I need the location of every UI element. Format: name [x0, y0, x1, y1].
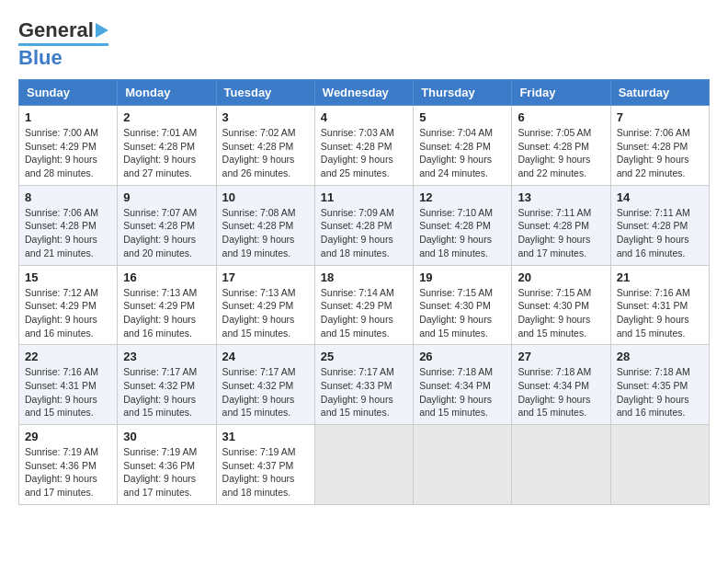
day-info: Sunrise: 7:19 AM Sunset: 4:37 PM Dayligh… [222, 445, 309, 500]
day-info: Sunrise: 7:06 AM Sunset: 4:28 PM Dayligh… [617, 126, 703, 180]
day-number: 10 [222, 190, 309, 204]
calendar-week-5: 29 Sunrise: 7:19 AM Sunset: 4:36 PM Dayl… [19, 425, 710, 505]
day-number: 14 [617, 190, 703, 204]
day-number: 30 [123, 430, 210, 443]
calendar-cell: 10 Sunrise: 7:08 AM Sunset: 4:28 PM Dayl… [216, 185, 314, 265]
day-number: 25 [321, 350, 407, 363]
day-info: Sunrise: 7:18 AM Sunset: 4:34 PM Dayligh… [419, 365, 506, 419]
day-info: Sunrise: 7:02 AM Sunset: 4:28 PM Dayligh… [222, 126, 309, 180]
day-number: 5 [419, 110, 506, 124]
day-info: Sunrise: 7:17 AM Sunset: 4:33 PM Dayligh… [321, 365, 407, 419]
calendar-cell: 24 Sunrise: 7:17 AM Sunset: 4:32 PM Dayl… [216, 345, 314, 425]
calendar-cell: 7 Sunrise: 7:06 AM Sunset: 4:28 PM Dayli… [610, 106, 709, 186]
day-number: 13 [518, 190, 604, 204]
calendar-cell: 1 Sunrise: 7:00 AM Sunset: 4:29 PM Dayli… [19, 106, 118, 186]
day-number: 28 [617, 350, 703, 363]
calendar-cell: 4 Sunrise: 7:03 AM Sunset: 4:28 PM Dayli… [314, 106, 413, 186]
day-info: Sunrise: 7:18 AM Sunset: 4:34 PM Dayligh… [518, 365, 604, 419]
day-info: Sunrise: 7:06 AM Sunset: 4:28 PM Dayligh… [25, 206, 111, 260]
day-info: Sunrise: 7:00 AM Sunset: 4:29 PM Dayligh… [25, 126, 111, 180]
day-number: 9 [123, 190, 210, 204]
calendar-week-2: 8 Sunrise: 7:06 AM Sunset: 4:28 PM Dayli… [19, 185, 710, 265]
day-info: Sunrise: 7:03 AM Sunset: 4:28 PM Dayligh… [321, 126, 407, 180]
calendar-week-1: 1 Sunrise: 7:00 AM Sunset: 4:29 PM Dayli… [19, 106, 710, 186]
day-info: Sunrise: 7:17 AM Sunset: 4:32 PM Dayligh… [123, 365, 210, 419]
day-info: Sunrise: 7:19 AM Sunset: 4:36 PM Dayligh… [123, 445, 210, 500]
day-info: Sunrise: 7:18 AM Sunset: 4:35 PM Dayligh… [617, 365, 703, 419]
calendar-cell: 6 Sunrise: 7:05 AM Sunset: 4:28 PM Dayli… [512, 106, 610, 186]
day-info: Sunrise: 7:15 AM Sunset: 4:30 PM Dayligh… [518, 286, 604, 340]
calendar-col-thursday: Thursday [414, 80, 512, 106]
day-info: Sunrise: 7:11 AM Sunset: 4:28 PM Dayligh… [617, 206, 703, 260]
day-info: Sunrise: 7:11 AM Sunset: 4:28 PM Dayligh… [518, 206, 604, 260]
calendar-header-row: SundayMondayTuesdayWednesdayThursdayFrid… [19, 80, 710, 106]
day-number: 29 [25, 430, 111, 443]
calendar-cell: 17 Sunrise: 7:13 AM Sunset: 4:29 PM Dayl… [216, 265, 314, 345]
calendar-col-monday: Monday [118, 80, 216, 106]
day-number: 7 [617, 110, 703, 124]
calendar-col-friday: Friday [512, 80, 610, 106]
calendar-cell: 16 Sunrise: 7:13 AM Sunset: 4:29 PM Dayl… [118, 265, 216, 345]
calendar-week-4: 22 Sunrise: 7:16 AM Sunset: 4:31 PM Dayl… [19, 345, 710, 425]
calendar-cell: 30 Sunrise: 7:19 AM Sunset: 4:36 PM Dayl… [118, 425, 216, 505]
calendar-week-3: 15 Sunrise: 7:12 AM Sunset: 4:29 PM Dayl… [19, 265, 710, 345]
day-info: Sunrise: 7:13 AM Sunset: 4:29 PM Dayligh… [222, 286, 309, 340]
day-info: Sunrise: 7:17 AM Sunset: 4:32 PM Dayligh… [222, 365, 309, 419]
calendar-cell: 19 Sunrise: 7:15 AM Sunset: 4:30 PM Dayl… [414, 265, 512, 345]
day-info: Sunrise: 7:09 AM Sunset: 4:28 PM Dayligh… [321, 206, 407, 260]
day-info: Sunrise: 7:10 AM Sunset: 4:28 PM Dayligh… [419, 206, 506, 260]
calendar-cell: 2 Sunrise: 7:01 AM Sunset: 4:28 PM Dayli… [118, 106, 216, 186]
calendar-cell: 25 Sunrise: 7:17 AM Sunset: 4:33 PM Dayl… [314, 345, 413, 425]
day-number: 27 [518, 350, 604, 363]
day-info: Sunrise: 7:07 AM Sunset: 4:28 PM Dayligh… [123, 206, 210, 260]
day-info: Sunrise: 7:16 AM Sunset: 4:31 PM Dayligh… [617, 286, 703, 340]
calendar-col-sunday: Sunday [19, 80, 118, 106]
calendar-cell: 3 Sunrise: 7:02 AM Sunset: 4:28 PM Dayli… [216, 106, 314, 186]
day-number: 6 [518, 110, 604, 124]
calendar-cell: 21 Sunrise: 7:16 AM Sunset: 4:31 PM Dayl… [610, 265, 709, 345]
day-number: 24 [222, 350, 309, 363]
day-info: Sunrise: 7:01 AM Sunset: 4:28 PM Dayligh… [123, 126, 210, 180]
day-number: 4 [321, 110, 407, 124]
day-number: 3 [222, 110, 309, 124]
day-number: 8 [25, 190, 111, 204]
calendar-cell: 20 Sunrise: 7:15 AM Sunset: 4:30 PM Dayl… [512, 265, 610, 345]
calendar-table: SundayMondayTuesdayWednesdayThursdayFrid… [18, 79, 710, 505]
day-number: 1 [25, 110, 111, 124]
calendar-col-tuesday: Tuesday [216, 80, 314, 106]
day-number: 11 [321, 190, 407, 204]
day-info: Sunrise: 7:05 AM Sunset: 4:28 PM Dayligh… [518, 126, 604, 180]
day-number: 15 [25, 270, 111, 284]
calendar-col-wednesday: Wednesday [314, 80, 413, 106]
calendar-cell: 29 Sunrise: 7:19 AM Sunset: 4:36 PM Dayl… [19, 425, 118, 505]
day-number: 18 [321, 270, 407, 284]
logo-arrow-icon [96, 23, 108, 38]
calendar-body: 1 Sunrise: 7:00 AM Sunset: 4:29 PM Dayli… [19, 106, 710, 505]
calendar-col-saturday: Saturday [610, 80, 709, 106]
calendar-cell [314, 425, 413, 505]
calendar-cell: 23 Sunrise: 7:17 AM Sunset: 4:32 PM Dayl… [118, 345, 216, 425]
calendar-cell: 9 Sunrise: 7:07 AM Sunset: 4:28 PM Dayli… [118, 185, 216, 265]
day-number: 16 [123, 270, 210, 284]
logo-general: General [18, 18, 94, 42]
day-info: Sunrise: 7:12 AM Sunset: 4:29 PM Dayligh… [25, 286, 111, 340]
day-info: Sunrise: 7:08 AM Sunset: 4:28 PM Dayligh… [222, 206, 309, 260]
calendar-cell [512, 425, 610, 505]
calendar-cell: 28 Sunrise: 7:18 AM Sunset: 4:35 PM Dayl… [610, 345, 709, 425]
day-info: Sunrise: 7:13 AM Sunset: 4:29 PM Dayligh… [123, 286, 210, 340]
calendar-cell [610, 425, 709, 505]
calendar-cell: 12 Sunrise: 7:10 AM Sunset: 4:28 PM Dayl… [414, 185, 512, 265]
calendar-cell: 8 Sunrise: 7:06 AM Sunset: 4:28 PM Dayli… [19, 185, 118, 265]
calendar-cell: 14 Sunrise: 7:11 AM Sunset: 4:28 PM Dayl… [610, 185, 709, 265]
calendar-cell [414, 425, 512, 505]
day-number: 20 [518, 270, 604, 284]
calendar-cell: 5 Sunrise: 7:04 AM Sunset: 4:28 PM Dayli… [414, 106, 512, 186]
calendar-cell: 18 Sunrise: 7:14 AM Sunset: 4:29 PM Dayl… [314, 265, 413, 345]
day-info: Sunrise: 7:16 AM Sunset: 4:31 PM Dayligh… [25, 365, 111, 419]
day-info: Sunrise: 7:15 AM Sunset: 4:30 PM Dayligh… [419, 286, 506, 340]
day-info: Sunrise: 7:14 AM Sunset: 4:29 PM Dayligh… [321, 286, 407, 340]
day-info: Sunrise: 7:19 AM Sunset: 4:36 PM Dayligh… [25, 445, 111, 500]
day-number: 26 [419, 350, 506, 363]
day-number: 31 [222, 430, 309, 443]
calendar-cell: 31 Sunrise: 7:19 AM Sunset: 4:37 PM Dayl… [216, 425, 314, 505]
